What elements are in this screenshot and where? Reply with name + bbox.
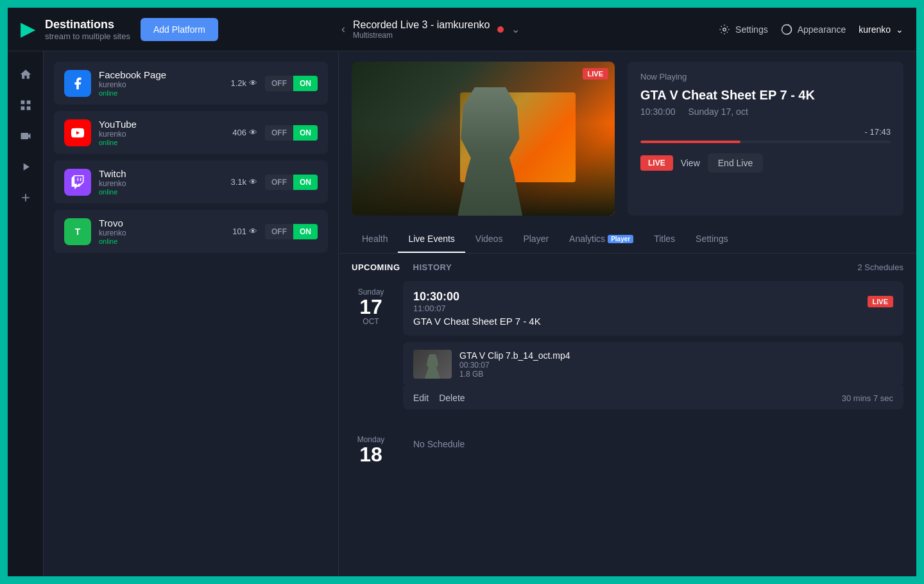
youtube-viewers: 406 👁: [232, 128, 257, 137]
twitch-viewer-count: 3.1k: [230, 177, 246, 187]
events-subbar: UPCOMING HISTORY 2 Schedules: [352, 253, 903, 281]
tab-settings[interactable]: Settings: [685, 226, 739, 253]
date-day-num-sunday: 17: [352, 296, 390, 317]
clip-duration: 00:30:07: [459, 361, 893, 370]
analytics-badge: Player: [608, 235, 633, 243]
appearance-label: Appearance: [798, 24, 846, 35]
youtube-toggle-on[interactable]: ON: [293, 125, 318, 141]
facebook-status: online: [99, 89, 223, 97]
clip-size: 1.8 GB: [459, 370, 893, 379]
facebook-name: Facebook Page: [99, 69, 223, 80]
sidebar-item-grid[interactable]: [13, 92, 38, 118]
settings-label: Settings: [735, 24, 768, 35]
platform-card-trovo: T Trovo kurenko online 101 👁 OFF ON: [54, 210, 328, 253]
progress-bar: [640, 141, 891, 143]
trovo-viewer-count: 101: [232, 227, 246, 236]
trovo-toggle-off[interactable]: OFF: [265, 224, 293, 239]
video-live-badge: LIVE: [583, 68, 608, 80]
twitch-user: kurenko: [99, 179, 223, 188]
user-dropdown-arrow: ⌄: [896, 24, 903, 35]
sidebar-item-home[interactable]: [13, 62, 38, 87]
date-day-num-monday: 18: [352, 444, 390, 465]
twitch-name: Twitch: [99, 168, 223, 179]
trovo-toggle-on[interactable]: ON: [293, 224, 318, 239]
twitch-toggle[interactable]: OFF ON: [265, 175, 318, 190]
facebook-icon: [64, 70, 91, 97]
twitch-icon: [64, 169, 91, 196]
youtube-icon: [64, 119, 91, 146]
event-cards-sunday: 10:30:00 11:00:07 LIVE GTA V Cheat Sheet…: [403, 281, 903, 416]
np-date: Sunday 17, oct: [688, 107, 748, 117]
facebook-toggle-off[interactable]: OFF: [265, 76, 293, 91]
appearance-button[interactable]: Appearance: [781, 24, 846, 35]
now-playing-time: 10:30:00 Sunday 17, oct: [640, 107, 891, 117]
nav-back-arrow[interactable]: ‹: [341, 22, 345, 36]
svg-point-0: [723, 28, 726, 31]
trovo-toggle[interactable]: OFF ON: [265, 224, 318, 239]
facebook-info: Facebook Page kurenko online: [99, 69, 223, 97]
delete-button[interactable]: Delete: [439, 393, 465, 403]
event-end-time: 11:00:07: [413, 304, 459, 313]
twitch-toggle-off[interactable]: OFF: [265, 175, 293, 190]
youtube-status: online: [99, 139, 225, 146]
play-icon: [19, 160, 32, 173]
stream-dropdown-arrow[interactable]: ⌄: [511, 23, 520, 35]
header-left: ▶ Destinations stream to multiple sites …: [21, 18, 329, 41]
tab-analytics[interactable]: Analytics Player: [559, 226, 644, 253]
twitch-toggle-on[interactable]: ON: [293, 175, 318, 190]
sub-tabs: UPCOMING HISTORY: [352, 262, 452, 272]
content-area: LIVE Now Playing GTA V Cheat Sheet EP 7 …: [339, 51, 916, 576]
clip-char: [423, 354, 442, 379]
video-icon: [19, 130, 32, 142]
youtube-toggle[interactable]: OFF ON: [265, 125, 318, 141]
progress-fill: [640, 141, 740, 143]
twitch-status: online: [99, 188, 223, 196]
tab-videos[interactable]: Videos: [465, 226, 513, 253]
date-monday: Monday 18: [352, 429, 390, 465]
view-button[interactable]: View: [681, 158, 700, 168]
date-sunday: Sunday 17 OCT: [352, 281, 390, 416]
twitch-viewers: 3.1k 👁: [230, 177, 257, 187]
tab-player[interactable]: Player: [513, 226, 559, 253]
sidebar-item-play[interactable]: [13, 154, 38, 180]
trovo-icon: T: [64, 218, 91, 245]
edit-button[interactable]: Edit: [413, 393, 429, 403]
youtube-toggle-off[interactable]: OFF: [265, 125, 293, 141]
sidebar-item-add[interactable]: [13, 185, 38, 210]
time-remaining: - 17:43: [640, 127, 891, 137]
add-platform-button[interactable]: Add Platform: [141, 18, 218, 41]
events-content: UPCOMING HISTORY 2 Schedules Sunday 17 O…: [339, 253, 916, 576]
sidebar-item-video[interactable]: [13, 123, 38, 149]
event-duration: 30 mins 7 sec: [842, 393, 893, 403]
facebook-toggle[interactable]: OFF ON: [265, 76, 318, 91]
subtab-history[interactable]: HISTORY: [413, 262, 452, 272]
trovo-info: Trovo kurenko online: [99, 218, 225, 245]
tab-titles[interactable]: Titles: [644, 226, 685, 253]
stream-title-group: Recorded Live 3 - iamkurenko Multistream: [353, 19, 490, 40]
eye-icon: 👁: [249, 78, 257, 88]
event-time-row: 10:30:00 11:00:07 LIVE: [413, 290, 893, 313]
facebook-viewer-count: 1.2k: [230, 78, 246, 88]
tab-health[interactable]: Health: [352, 226, 398, 253]
event-live-badge: LIVE: [868, 296, 893, 307]
now-playing-label: Now Playing: [640, 72, 891, 82]
user-menu[interactable]: kurenko ⌄: [859, 24, 903, 35]
date-month-sunday: OCT: [352, 317, 390, 326]
facebook-toggle-on[interactable]: ON: [293, 76, 318, 91]
np-start-time: 10:30:00: [640, 107, 676, 117]
event-cards-monday: No Schedule: [403, 429, 903, 465]
video-player: LIVE: [352, 62, 615, 216]
top-section: LIVE Now Playing GTA V Cheat Sheet EP 7 …: [339, 51, 916, 226]
destinations-info: Destinations stream to multiple sites: [45, 18, 130, 41]
subtab-upcoming[interactable]: UPCOMING: [352, 262, 400, 272]
end-live-button[interactable]: End Live: [708, 153, 763, 173]
eye-icon-tr: 👁: [249, 227, 257, 236]
live-controls: LIVE View End Live: [640, 153, 891, 173]
stream-subtitle: Multistream: [353, 31, 490, 40]
destinations-subtitle: stream to multiple sites: [45, 31, 130, 41]
settings-button[interactable]: Settings: [719, 24, 768, 35]
tab-live-events[interactable]: Live Events: [398, 226, 465, 253]
add-icon: [19, 191, 32, 204]
eye-icon-tw: 👁: [249, 177, 257, 187]
action-buttons: Edit Delete: [413, 393, 465, 403]
